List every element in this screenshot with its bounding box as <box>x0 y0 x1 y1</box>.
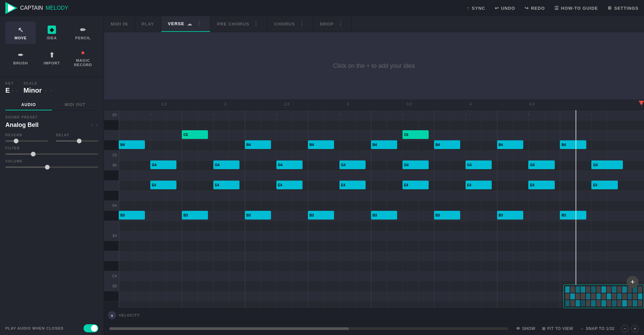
piano-key-D5[interactable] <box>104 130 119 140</box>
zoom-out-button[interactable]: − <box>621 325 629 332</box>
note-E4-6[interactable]: E4 <box>466 181 492 189</box>
scrollbar-thumb[interactable] <box>109 327 349 330</box>
undo-button[interactable]: ↩ UNDO <box>495 5 515 11</box>
note-E4-1[interactable]: E4 <box>150 181 176 189</box>
tool-magic-record[interactable]: ● MAGIC RECORD <box>68 45 98 71</box>
scale-next-button[interactable]: › <box>50 87 53 94</box>
note-G4-6[interactable]: G4 <box>466 160 492 169</box>
tab-midi-out[interactable]: MIDI OUT <box>52 100 99 110</box>
show-label: SHOW <box>522 326 535 331</box>
snap-button[interactable]: ↔ SNAP TO 1/32 <box>580 326 614 331</box>
note-B4-4[interactable]: B4 <box>371 140 397 149</box>
piano-key-B4[interactable]: B4 <box>104 160 119 171</box>
piano-key-Eb4[interactable] <box>104 241 119 251</box>
note-B3-2[interactable]: B3 <box>182 211 208 220</box>
note-E4-3[interactable]: E4 <box>276 181 303 189</box>
note-E4-7[interactable]: E4 <box>528 181 554 189</box>
tab-chorus[interactable]: CHORUS ⋮ <box>267 16 313 32</box>
note-E4-4[interactable]: E4 <box>339 181 366 189</box>
tool-idea[interactable]: ◆ IDEA <box>37 21 67 44</box>
play-audio-closed-toggle[interactable] <box>84 324 98 332</box>
key-prev-button[interactable]: ‹ <box>11 87 14 94</box>
note-B3-3[interactable]: B3 <box>245 211 271 220</box>
note-G4-1[interactable]: G4 <box>150 160 176 169</box>
tab-pre-chorus[interactable]: PRE CHORUS ⋮ <box>210 16 268 32</box>
filter-slider[interactable] <box>5 153 98 155</box>
piano-key-E4[interactable]: E4 <box>104 231 119 241</box>
tab-play[interactable]: PLAY <box>135 16 161 32</box>
note-B3-1[interactable]: B3 <box>119 211 145 220</box>
piano-key-Bb4[interactable] <box>104 171 119 181</box>
tab-audio[interactable]: AUDIO <box>5 100 52 110</box>
note-E4-5[interactable]: E4 <box>402 181 429 189</box>
list-icon: ☰ <box>554 5 559 11</box>
note-B3-8[interactable]: B3 <box>560 211 586 220</box>
note-G4-4[interactable]: G4 <box>339 160 366 169</box>
piano-key-Cs4[interactable] <box>104 261 119 271</box>
piano-key-C4[interactable]: C4 <box>104 271 119 281</box>
velocity-up-button[interactable]: ▲ <box>108 311 116 319</box>
note-B4-5[interactable]: B4 <box>434 140 460 149</box>
note-G4-8[interactable]: G4 <box>591 160 623 169</box>
delay-slider[interactable] <box>56 140 99 142</box>
piano-key-B3[interactable]: B3 <box>104 281 119 291</box>
tool-move[interactable]: ↖ MOVE <box>5 21 36 44</box>
note-G4-7[interactable]: G4 <box>528 160 554 169</box>
scale-prev-button[interactable]: ‹ <box>44 87 47 94</box>
note-C5-1[interactable]: C5 <box>182 130 208 139</box>
note-E4-2[interactable]: E4 <box>213 181 239 189</box>
tab-midi-in[interactable]: MIDI IN <box>104 16 135 32</box>
preset-next-button[interactable]: › <box>95 121 98 129</box>
note-G4-5[interactable]: G4 <box>402 160 429 169</box>
sync-button[interactable]: ↑ SYNC <box>467 5 485 11</box>
fit-to-view-button[interactable]: ⊞ FIT TO VIEW <box>542 326 573 331</box>
redo-button[interactable]: ↪ REDO <box>525 5 545 11</box>
piano-key-E5[interactable]: E5 <box>104 110 119 120</box>
note-B4-3[interactable]: B4 <box>308 140 334 149</box>
note-G4-3[interactable]: G4 <box>276 160 303 169</box>
chorus-more-button[interactable]: ⋮ <box>298 20 306 28</box>
note-G4-2[interactable]: G4 <box>213 160 239 169</box>
piano-key-Cs5[interactable] <box>104 140 119 150</box>
zoom-in-button[interactable]: + <box>631 325 639 332</box>
piano-key-C5[interactable]: C5 <box>104 150 119 160</box>
piano-key-A4[interactable] <box>104 181 119 191</box>
piano-key-Ab4[interactable] <box>104 191 119 201</box>
tab-chorus-label: CHORUS <box>274 21 295 27</box>
preset-prev-button[interactable]: ‹ <box>91 121 94 129</box>
reverb-slider[interactable] <box>5 140 48 142</box>
piano-key-F4[interactable] <box>104 221 119 231</box>
piano-key-Bb3[interactable] <box>104 291 119 301</box>
note-B4-2[interactable]: B4 <box>245 140 271 149</box>
show-button[interactable]: 👁 SHOW <box>516 326 535 331</box>
howto-button[interactable]: ☰ HOW-TO GUIDE <box>554 5 598 11</box>
piano-key-G4[interactable]: G4 <box>104 201 119 211</box>
tool-brush[interactable]: ✒ BRUSH <box>5 45 36 71</box>
note-C5-2[interactable]: C5 <box>402 130 429 139</box>
verse-more-button[interactable]: ⋮ <box>195 20 203 28</box>
tab-verse[interactable]: VERSE ☁ ⋮ <box>161 16 210 32</box>
tab-drop[interactable]: DROP ⋮ <box>313 16 352 32</box>
piano-key-Fs4[interactable] <box>104 211 119 221</box>
piano-key-Eb5[interactable] <box>104 120 119 130</box>
note-E4-8[interactable]: E4 <box>591 181 618 189</box>
tool-pencil[interactable]: ✏ PENCIL <box>68 21 98 44</box>
settings-button[interactable]: ⚙ SETTINGS <box>607 5 639 11</box>
note-B3-7[interactable]: B3 <box>497 211 523 220</box>
tool-import[interactable]: ⬆ IMPORT <box>37 45 67 71</box>
note-B4-7[interactable]: B4 <box>560 140 586 149</box>
reverb-group: REVERB <box>5 133 48 142</box>
piano-key-D4[interactable] <box>104 251 119 261</box>
note-B3-6[interactable]: B3 <box>434 211 460 220</box>
pre-chorus-more-button[interactable]: ⋮ <box>252 20 260 28</box>
note-B4-1[interactable]: B4 <box>119 140 145 149</box>
scrollbar[interactable] <box>109 327 508 330</box>
note-B4-6[interactable]: B4 <box>497 140 523 149</box>
note-B3-4[interactable]: B3 <box>308 211 334 220</box>
add-idea-button[interactable]: + <box>627 276 639 288</box>
note-B3-5[interactable]: B3 <box>371 211 397 220</box>
note-grid[interactable]: i i i i i i i i B4 B4 B4 B4 B4 B4 <box>119 110 644 308</box>
volume-slider[interactable] <box>5 166 98 168</box>
drop-more-button[interactable]: ⋮ <box>336 20 345 28</box>
key-next-button[interactable]: › <box>15 87 18 94</box>
